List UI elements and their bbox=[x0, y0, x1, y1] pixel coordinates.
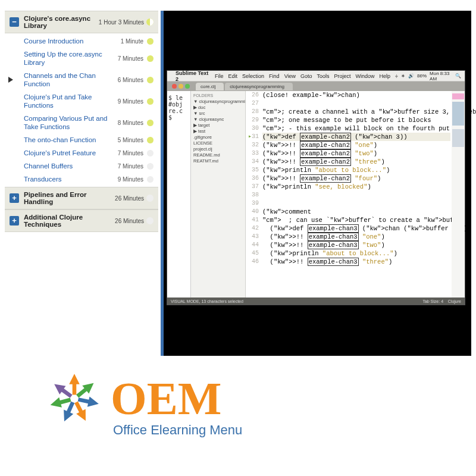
menu-item-file[interactable]: File bbox=[215, 73, 224, 79]
battery-label[interactable]: 86% bbox=[417, 73, 427, 79]
arrow-circle-icon bbox=[42, 366, 107, 431]
volume-icon[interactable]: 🔊 bbox=[408, 73, 414, 79]
tab-project[interactable]: clojureasyncprogramming bbox=[225, 83, 293, 90]
tab-file[interactable]: core.clj bbox=[196, 83, 224, 90]
lesson-status-icon bbox=[147, 163, 154, 170]
section-title-0: Clojure's core.async Library bbox=[24, 15, 99, 29]
code-editor[interactable]: 2627282930▸31323334353637383940414243444… bbox=[246, 91, 465, 298]
spotlight-icon[interactable]: 🔍 bbox=[455, 73, 461, 79]
menu-item-window[interactable]: Window bbox=[356, 73, 375, 79]
section-title-1: Pipelines and Error Handling bbox=[24, 191, 115, 205]
editor-statusbar: VISUAL MODE, 13 characters selected Tab … bbox=[167, 298, 465, 305]
section-header-2[interactable]: + Additional Clojure Techniques 26 Minut… bbox=[5, 209, 158, 232]
tree-item[interactable]: .gitignore bbox=[193, 134, 243, 140]
term-line: re.c bbox=[168, 108, 189, 114]
lesson-status-icon bbox=[147, 77, 154, 83]
lesson-row[interactable]: The onto-chan Function 5 Minutes bbox=[23, 133, 155, 146]
folder-tree[interactable]: ▼ clojureasyncprogramming ▶ doc ▼ src ▼ … bbox=[193, 99, 243, 164]
lesson-row[interactable]: Transducers 9 Minutes bbox=[23, 173, 155, 186]
folders-header: FOLDERS bbox=[193, 93, 243, 98]
brand-logo: OEM bbox=[42, 366, 221, 431]
section-duration-2: 26 Minutes bbox=[115, 218, 144, 224]
status-tabsize[interactable]: Tab Size: 4 bbox=[422, 299, 443, 303]
lesson-status-icon bbox=[147, 176, 154, 183]
expand-icon[interactable]: + bbox=[10, 193, 19, 203]
tree-item[interactable]: project.clj bbox=[193, 146, 243, 152]
tree-item[interactable]: ▼ src bbox=[193, 111, 243, 117]
lesson-row[interactable]: Channel Buffers 7 Minutes bbox=[23, 159, 155, 173]
lesson-duration: 7 Minutes bbox=[118, 55, 143, 62]
menu-item-goto[interactable]: Goto bbox=[300, 73, 312, 79]
video-player[interactable]: Sublime Text 2 File Edit Selection Find … bbox=[161, 11, 471, 356]
tree-item[interactable]: ▶ doc bbox=[193, 105, 243, 111]
section-header-0[interactable]: − Clojure's core.async Library 1 Hour 3 … bbox=[5, 11, 158, 33]
menu-item-tools[interactable]: Tools bbox=[317, 73, 330, 79]
section-progress-icon bbox=[146, 195, 154, 202]
section-progress-icon bbox=[146, 217, 154, 224]
menubar-right: ⏚ ∗ 🔊 86% Mon 8:33 AM 🔍 bbox=[395, 71, 461, 82]
lesson-list-0: Course Introduction 1 Minute Setting Up … bbox=[5, 33, 158, 187]
lesson-row-current[interactable]: Channels and the Chan Function 6 Minutes bbox=[23, 69, 155, 90]
lesson-row[interactable]: Course Introduction 1 Minute bbox=[23, 35, 155, 48]
menu-item-edit[interactable]: Edit bbox=[228, 73, 238, 79]
lesson-status-icon bbox=[147, 55, 154, 62]
tree-item[interactable]: ▼ clojureasync bbox=[193, 117, 243, 123]
bluetooth-icon[interactable]: ∗ bbox=[401, 73, 405, 79]
logo-subtitle: Office Elearning Menu bbox=[113, 422, 242, 438]
logo-text: OEM bbox=[111, 375, 221, 422]
mac-menubar: Sublime Text 2 File Edit Selection Find … bbox=[167, 71, 465, 82]
lesson-status-icon bbox=[147, 137, 154, 143]
menu-item-project[interactable]: Project bbox=[334, 73, 351, 79]
course-sidebar: − Clojure's core.async Library 1 Hour 3 … bbox=[5, 11, 158, 356]
left-terminal-peek: $ le #obj re.c $ bbox=[167, 91, 191, 298]
lesson-status-icon bbox=[147, 38, 154, 45]
tree-item[interactable]: ▼ clojureasyncprogramming bbox=[193, 99, 243, 105]
tree-item[interactable]: README.md bbox=[193, 152, 243, 158]
status-lang[interactable]: Clojure bbox=[448, 299, 461, 303]
lesson-link[interactable]: Comparing Various Put and Take Functions bbox=[24, 114, 114, 131]
status-right: Tab Size: 4 Clojure bbox=[422, 299, 461, 303]
screenshot-app-window: Sublime Text 2 File Edit Selection Find … bbox=[167, 70, 465, 305]
menu-item-find[interactable]: Find bbox=[269, 73, 280, 79]
traffic-light-close-icon[interactable] bbox=[172, 84, 177, 89]
lesson-duration: 9 Minutes bbox=[118, 98, 143, 105]
lesson-row[interactable]: Setting Up the core.async Library 7 Minu… bbox=[23, 48, 155, 69]
lesson-row[interactable]: Comparing Various Put and Take Functions… bbox=[23, 112, 155, 133]
traffic-light-min-icon[interactable] bbox=[178, 84, 183, 89]
lesson-row[interactable]: Clojure's Put and Take Functions 9 Minut… bbox=[23, 90, 155, 112]
menu-items: File Edit Selection Find View Goto Tools… bbox=[215, 73, 390, 79]
section-header-1[interactable]: + Pipelines and Error Handling 26 Minute… bbox=[5, 187, 158, 209]
tree-item[interactable]: LICENSE bbox=[193, 140, 243, 146]
traffic-light-max-icon[interactable] bbox=[185, 84, 190, 89]
lesson-row[interactable]: Clojure's Putret Feature 7 Minutes bbox=[23, 146, 155, 159]
lesson-link[interactable]: Setting Up the core.async Library bbox=[24, 50, 114, 67]
lesson-link[interactable]: Transducers bbox=[24, 175, 114, 183]
lesson-link[interactable]: Course Introduction bbox=[24, 37, 117, 45]
minimap[interactable] bbox=[452, 91, 465, 298]
menu-item-view[interactable]: View bbox=[284, 73, 296, 79]
lesson-link[interactable]: Clojure's Putret Feature bbox=[24, 149, 114, 157]
status-left: VISUAL MODE, 13 characters selected bbox=[171, 299, 243, 303]
lesson-duration: 7 Minutes bbox=[118, 150, 143, 156]
lesson-link[interactable]: Clojure's Put and Take Functions bbox=[24, 93, 114, 109]
collapse-icon[interactable]: − bbox=[10, 17, 19, 27]
app-name-label[interactable]: Sublime Text 2 bbox=[176, 70, 210, 82]
root: − Clojure's core.async Library 1 Hour 3 … bbox=[0, 0, 476, 476]
lesson-link[interactable]: Channel Buffers bbox=[24, 162, 114, 170]
tree-item[interactable]: ▶ target bbox=[193, 123, 243, 129]
lesson-link[interactable]: Channels and the Chan Function bbox=[24, 71, 114, 88]
menu-item-help[interactable]: Help bbox=[380, 73, 391, 79]
lesson-status-icon bbox=[147, 150, 154, 156]
wifi-icon[interactable]: ⏚ bbox=[395, 73, 398, 79]
code-area[interactable]: (close! example-"kw">chan) "cm">; create… bbox=[262, 91, 450, 298]
lesson-link[interactable]: The onto-chan Function bbox=[24, 136, 114, 144]
term-line: $ le bbox=[168, 95, 189, 101]
lesson-duration: 6 Minutes bbox=[118, 77, 143, 83]
folders-panel: FOLDERS ▼ clojureasyncprogramming ▶ doc … bbox=[191, 91, 246, 298]
tree-item[interactable]: REATMT.md bbox=[193, 158, 243, 164]
menu-item-selection[interactable]: Selection bbox=[242, 73, 264, 79]
clock-label[interactable]: Mon 8:33 AM bbox=[430, 71, 452, 82]
expand-icon[interactable]: + bbox=[10, 216, 19, 226]
lesson-duration: 1 Minute bbox=[121, 38, 143, 45]
tree-item[interactable]: ▶ test bbox=[193, 129, 243, 134]
